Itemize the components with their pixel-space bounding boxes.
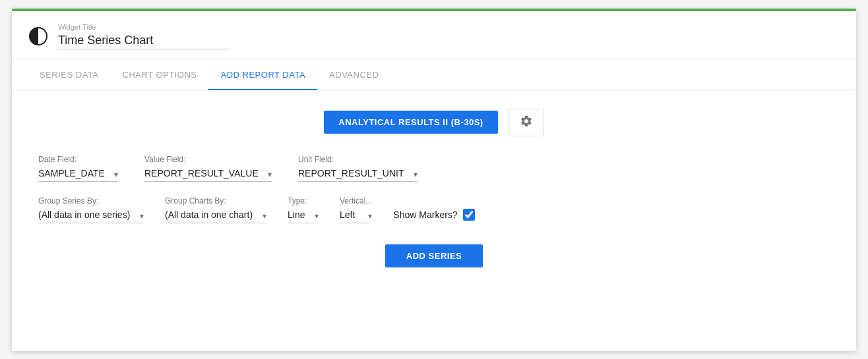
widget-title-input[interactable]	[58, 32, 230, 49]
tab-chart-options[interactable]: CHART OPTIONS	[111, 59, 209, 90]
tab-series-data[interactable]: SERIES DATA	[28, 59, 111, 90]
add-series-row: ADD SERIES	[38, 244, 830, 267]
vertical-label: Vertical...	[340, 196, 372, 206]
dialog: Widget Title SERIES DATA CHART OPTIONS A…	[12, 9, 856, 351]
group-charts-select[interactable]: (All data in one chart)	[165, 209, 266, 223]
group-charts-label: Group Charts By:	[165, 196, 266, 206]
fields-row: Date Field: SAMPLE_DATE ▾ Value Field: R…	[38, 155, 830, 182]
vertical-select-wrapper: Left ▾	[340, 209, 372, 223]
content: ANALYTICAL RESULTS II (B-30S) Date Field…	[12, 90, 856, 351]
widget-icon	[28, 26, 49, 47]
group-charts-field: Group Charts By: (All data in one chart)…	[165, 196, 266, 223]
group-series-select[interactable]: (All data in one series)	[38, 209, 144, 223]
tabs: SERIES DATA CHART OPTIONS ADD REPORT DAT…	[12, 59, 856, 90]
show-markers-checkbox[interactable]	[463, 209, 475, 221]
gear-icon	[520, 115, 533, 130]
add-series-button[interactable]: ADD SERIES	[385, 244, 483, 267]
date-field-group: Date Field: SAMPLE_DATE ▾	[38, 155, 118, 182]
show-markers-field: Show Markers?	[393, 209, 474, 223]
group-series-select-wrapper: (All data in one series) ▾	[38, 209, 144, 223]
show-markers-group: Show Markers?	[393, 209, 474, 223]
type-select-wrapper: Line ▾	[288, 209, 319, 223]
type-select[interactable]: Line	[288, 209, 319, 223]
unit-field-label: Unit Field:	[298, 155, 418, 164]
header-text: Widget Title	[58, 23, 230, 49]
vertical-select[interactable]: Left	[340, 209, 369, 223]
type-field: Type: Line ▾	[288, 196, 319, 223]
vertical-arrow: ▾	[368, 211, 372, 221]
report-button[interactable]: ANALYTICAL RESULTS II (B-30S)	[324, 111, 497, 134]
unit-field-select[interactable]: REPORT_RESULT_UNIT	[298, 168, 418, 182]
tab-add-report-data[interactable]: ADD REPORT DATA	[208, 59, 317, 90]
value-field-select[interactable]: REPORT_RESULT_VALUE	[144, 168, 272, 182]
header: Widget Title	[12, 11, 856, 59]
widget-title-label: Widget Title	[58, 23, 230, 31]
report-row: ANALYTICAL RESULTS II (B-30S)	[38, 109, 830, 136]
date-field-select[interactable]: SAMPLE_DATE	[38, 168, 118, 182]
value-field-group: Value Field: REPORT_RESULT_VALUE ▾	[144, 155, 272, 182]
group-series-field: Group Series By: (All data in one series…	[38, 196, 144, 223]
value-field-select-wrapper: REPORT_RESULT_VALUE ▾	[144, 168, 272, 182]
group-row: Group Series By: (All data in one series…	[38, 196, 830, 223]
unit-field-group: Unit Field: REPORT_RESULT_UNIT ▾	[298, 155, 418, 182]
group-series-label: Group Series By:	[38, 196, 144, 206]
unit-field-select-wrapper: REPORT_RESULT_UNIT ▾	[298, 168, 418, 182]
gear-button[interactable]	[509, 109, 544, 136]
date-field-select-wrapper: SAMPLE_DATE ▾	[38, 168, 118, 182]
group-charts-select-wrapper: (All data in one chart) ▾	[165, 209, 266, 223]
value-field-label: Value Field:	[144, 155, 272, 164]
date-field-label: Date Field:	[38, 155, 118, 164]
show-markers-label: Show Markers?	[393, 209, 457, 220]
tab-advanced[interactable]: ADVANCED	[317, 59, 390, 90]
type-label: Type:	[288, 196, 319, 206]
vertical-field: Vertical... Left ▾	[340, 196, 372, 223]
